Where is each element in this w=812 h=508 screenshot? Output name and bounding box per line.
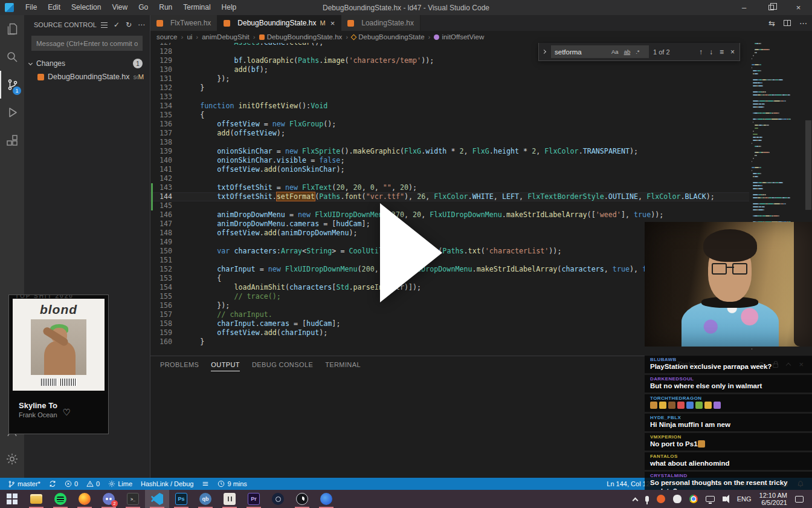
language-indicator[interactable]: ENG: [737, 495, 752, 503]
previous-match-icon[interactable]: ↑: [699, 48, 703, 56]
action-center-icon[interactable]: [795, 496, 804, 503]
view-list-icon[interactable]: [101, 22, 108, 28]
discord-icon[interactable]: [673, 495, 682, 503]
activity-explorer-icon[interactable]: [0, 15, 24, 43]
status-build-target[interactable]: HashLink / Debug: [138, 478, 196, 490]
settings-icon[interactable]: [0, 445, 24, 473]
activity-run-debug-icon[interactable]: [0, 99, 24, 126]
taskbar-photoshop-icon[interactable]: Ps: [169, 490, 193, 508]
taskbar-firefox-icon[interactable]: [72, 490, 97, 508]
menu-terminal[interactable]: Terminal: [178, 0, 216, 15]
next-match-icon[interactable]: ↓: [709, 48, 713, 56]
chevron-up-icon[interactable]: [632, 497, 638, 503]
tab-FlxTween.hx[interactable]: FlxTween.hx: [150, 15, 218, 31]
taskbar-qb-icon[interactable]: qb: [193, 490, 218, 508]
menu-file[interactable]: File: [20, 0, 42, 15]
breadcrumb-initOffsetView[interactable]: initOffsetView: [442, 33, 484, 41]
find-in-selection-icon[interactable]: ≡: [720, 48, 724, 56]
code-line[interactable]: 140 onionSkinChar.visible = false;: [150, 156, 749, 165]
taskbar-aseprite-icon[interactable]: [218, 490, 242, 508]
changed-file-row[interactable]: DebugBoundingState.hxsourc...M: [24, 70, 150, 83]
epic-pen-icon[interactable]: [657, 495, 665, 503]
status-tasks[interactable]: [199, 478, 212, 490]
chrome-icon[interactable]: [689, 495, 698, 503]
code-line[interactable]: 131 });: [150, 74, 749, 83]
menu-view[interactable]: View: [106, 0, 133, 15]
code-line[interactable]: 143 txtOffsetShit = new FlxText(20, 20, …: [150, 183, 749, 192]
more-actions-icon[interactable]: ⋯: [138, 21, 145, 29]
compare-changes-icon[interactable]: ⇆: [768, 19, 775, 28]
commit-message-input[interactable]: [31, 36, 143, 51]
scrollbar-thumb[interactable]: [805, 120, 811, 210]
taskbar-start-icon[interactable]: [0, 490, 24, 508]
code-line[interactable]: 135 {: [150, 111, 749, 120]
restore-button[interactable]: [758, 0, 785, 15]
tab-DebugBoundingState.hx[interactable]: DebugBoundingState.hxM×: [218, 15, 341, 31]
split-editor-icon[interactable]: [784, 20, 791, 26]
menu-help[interactable]: Help: [216, 0, 242, 15]
taskbar-explorer-icon[interactable]: [24, 490, 48, 508]
activity-source-control-icon[interactable]: 1: [0, 71, 24, 99]
breadcrumb-ui[interactable]: ui: [187, 33, 192, 41]
close-button[interactable]: ×: [785, 0, 812, 15]
code-line[interactable]: 144 txtOffsetShit.setFormat(Paths.font("…: [150, 192, 749, 201]
menu-selection[interactable]: Selection: [66, 0, 106, 15]
taskbar-premiere-icon[interactable]: Pr: [242, 490, 266, 508]
taskbar-discord-icon[interactable]: 2: [97, 490, 121, 508]
display-icon[interactable]: [706, 496, 715, 502]
status-problems-errors[interactable]: 0: [62, 478, 81, 490]
volume-icon[interactable]: [723, 497, 726, 501]
status-timer[interactable]: 9 mins: [214, 478, 250, 490]
taskbar-game-icon[interactable]: [314, 490, 338, 508]
taskbar-terminal-icon[interactable]: >_: [121, 490, 145, 508]
code-line[interactable]: 138: [150, 138, 749, 147]
code-line[interactable]: 146 animDropDownMenu = new FlxUIDropDown…: [150, 210, 749, 220]
whole-word-toggle[interactable]: ab: [623, 48, 632, 56]
status-lime[interactable]: Lime: [105, 478, 135, 490]
activity-extensions-icon[interactable]: [0, 126, 24, 154]
code-line[interactable]: 134 function initOffsetView():Void: [150, 102, 749, 111]
code-line[interactable]: 145: [150, 201, 749, 210]
changes-header[interactable]: Changes 1: [24, 57, 150, 70]
breadcrumb-source[interactable]: source: [156, 33, 178, 41]
clock[interactable]: 12:10 AM 6/5/2021: [759, 492, 787, 506]
video-play-button[interactable]: [380, 203, 442, 302]
status-branch[interactable]: master*: [5, 478, 44, 490]
menu-run[interactable]: Run: [153, 0, 178, 15]
microphone-icon[interactable]: [645, 496, 649, 502]
code-line[interactable]: 142: [150, 174, 749, 183]
regex-toggle[interactable]: .*: [634, 48, 640, 56]
panel-tab-output[interactable]: OUTPUT: [211, 361, 240, 371]
code-line[interactable]: 133: [150, 93, 749, 102]
code-line[interactable]: 139 onionSkinChar = new FlxSprite().make…: [150, 147, 749, 156]
breadcrumb-DebugBoundingState[interactable]: DebugBoundingState: [358, 33, 424, 41]
more-icon[interactable]: ⋯: [799, 19, 807, 28]
code-line[interactable]: 136 offsetView = new FlxGroup();: [150, 120, 749, 129]
code-line[interactable]: 141 offsetView.add(onionSkinChar);: [150, 165, 749, 174]
taskbar-obs-icon[interactable]: [290, 490, 314, 508]
like-heart-icon[interactable]: ♡: [63, 407, 71, 418]
taskbar-spotify-icon[interactable]: [48, 490, 72, 508]
code-line[interactable]: 132 }: [150, 83, 749, 93]
panel-tab-terminal[interactable]: TERMINAL: [325, 361, 361, 371]
activity-search-icon[interactable]: [0, 43, 24, 71]
code-line[interactable]: 130 add(bf);: [150, 65, 749, 74]
panel-tab-debug-console[interactable]: DEBUG CONSOLE: [252, 361, 313, 371]
panel-tab-problems[interactable]: PROBLEMS: [160, 361, 199, 371]
find-input[interactable]: [555, 48, 610, 56]
taskbar-steam-icon[interactable]: [266, 490, 290, 508]
tab-LoadingState.hx[interactable]: LoadingState.hx: [341, 15, 420, 31]
breadcrumb-DebugBoundingState.hx[interactable]: DebugBoundingState.hx: [267, 33, 343, 41]
breadcrumb-animDebugShit[interactable]: animDebugShit: [202, 33, 250, 41]
minimize-button[interactable]: –: [730, 0, 758, 15]
close-find-icon[interactable]: ×: [730, 48, 735, 56]
menu-go[interactable]: Go: [133, 0, 153, 15]
match-case-toggle[interactable]: Aa: [610, 48, 620, 56]
status-sync[interactable]: [46, 478, 59, 490]
refresh-icon[interactable]: ↻: [126, 21, 132, 29]
commit-icon[interactable]: ✓: [114, 21, 120, 29]
code-line[interactable]: 137 add(offsetView);: [150, 129, 749, 138]
status-problems-warnings[interactable]: 0: [83, 478, 103, 490]
toggle-replace-icon[interactable]: [542, 50, 546, 54]
taskbar-vscode-icon[interactable]: [145, 490, 169, 508]
